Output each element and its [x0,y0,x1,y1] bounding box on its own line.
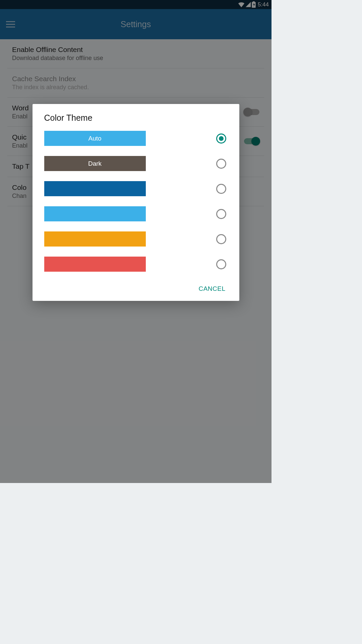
theme-option[interactable] [44,231,230,247]
theme-swatch: Dark [44,156,146,171]
theme-label: Auto [88,135,101,142]
theme-swatch [44,257,146,272]
theme-option[interactable] [44,257,230,272]
theme-label: Dark [88,160,102,167]
dialog-title: Color Theme [44,113,230,123]
theme-swatch [44,231,146,247]
theme-option[interactable]: Dark [44,156,230,171]
radio-button[interactable] [216,159,226,169]
theme-swatch: Auto [44,131,146,146]
theme-options-list: AutoDark [44,131,230,272]
theme-option[interactable] [44,206,230,221]
theme-option[interactable] [44,181,230,196]
theme-swatch [44,206,146,221]
radio-button[interactable] [216,209,226,219]
dialog-actions: CANCEL [44,282,230,296]
radio-button[interactable] [216,259,226,269]
radio-button[interactable] [216,234,226,244]
radio-button[interactable] [216,133,226,144]
color-theme-dialog: Color Theme AutoDark CANCEL [33,104,239,301]
radio-button[interactable] [216,184,226,194]
theme-option[interactable]: Auto [44,131,230,146]
theme-swatch [44,181,146,196]
cancel-button[interactable]: CANCEL [194,282,230,296]
dialog-overlay[interactable]: Color Theme AutoDark CANCEL [0,0,272,483]
